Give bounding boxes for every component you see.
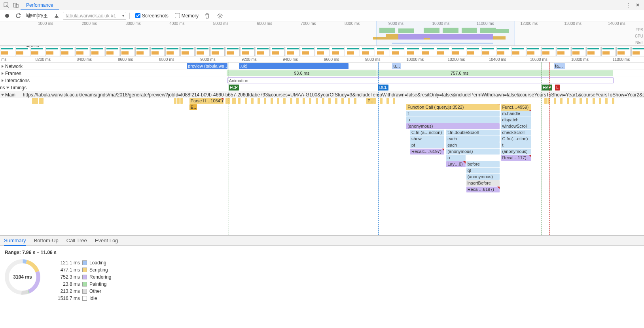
screenshot-thumb[interactable] [541, 47, 555, 56]
screenshot-thumb[interactable] [301, 47, 315, 56]
flame-chart[interactable]: Network preview (tabula.wa…).uk)u…fa… Fr… [0, 62, 644, 236]
btab-event log[interactable]: Event Log [95, 236, 118, 246]
screenshot-thumb[interactable] [451, 47, 465, 56]
frame-bar[interactable]: 757.6 ms [377, 70, 542, 76]
timing-marker-fmp[interactable]: FMP [542, 85, 552, 90]
flame-bar[interactable]: E… [189, 104, 197, 110]
timing-marker-dcl[interactable]: DCL [378, 85, 388, 90]
screenshot-thumb[interactable] [15, 47, 29, 56]
screenshot-thumb[interactable] [316, 47, 330, 56]
flame-bar[interactable]: o [446, 155, 466, 161]
screenshot-thumb[interactable] [241, 47, 255, 56]
network-bar[interactable]: preview (tabula.wa…) [187, 63, 227, 69]
flame-bar[interactable]: (anonymous) [466, 174, 500, 180]
flame-bar[interactable]: t.fn.doubleScroll [446, 130, 500, 136]
memory-checkbox-input[interactable] [175, 13, 180, 18]
garbage-collect-icon[interactable] [203, 11, 212, 21]
settings-gear-icon[interactable] [215, 11, 225, 21]
collapse-icon[interactable] [6, 87, 9, 89]
screenshot-thumb[interactable] [75, 47, 89, 56]
screenshot-thumb[interactable] [45, 47, 59, 56]
screenshot-thumb[interactable] [586, 47, 600, 56]
timing-marker-l[interactable]: L [555, 85, 560, 90]
main-track-header[interactable]: Main — https://tabula.warwick.ac.uk/exam… [0, 91, 644, 98]
frames-track[interactable]: Frames 93.6 ms757.6 ms [0, 70, 644, 77]
collapse-icon[interactable] [1, 94, 4, 96]
screenshot-thumb[interactable] [571, 47, 585, 56]
network-bar[interactable]: .uk) [239, 63, 349, 69]
expand-icon[interactable] [2, 79, 4, 82]
screenshot-thumb[interactable] [286, 47, 300, 56]
frame-bar[interactable] [542, 70, 613, 76]
close-devtools-icon[interactable]: ✕ [633, 0, 642, 10]
screenshot-thumb[interactable] [165, 47, 180, 56]
screenshots-checkbox[interactable]: Screenshots [135, 13, 169, 19]
more-icon[interactable]: ⋮ [623, 0, 633, 10]
screenshot-thumb[interactable] [391, 47, 405, 56]
screenshot-thumb[interactable] [421, 47, 435, 56]
screenshot-thumb[interactable] [256, 47, 270, 56]
flame-bar[interactable]: m.handle [501, 111, 532, 117]
flame-bar[interactable]: Funct…4959) [501, 104, 532, 110]
screenshot-thumb[interactable] [631, 47, 644, 56]
load-profile-icon[interactable] [41, 11, 50, 21]
timings-track[interactable]: ns Timings FCPDCLFMPL [0, 84, 644, 91]
flame-bar[interactable]: (anonymous) [501, 149, 532, 155]
flame-bar[interactable]: each [446, 142, 500, 148]
screenshot-thumb[interactable] [60, 47, 74, 56]
screenshot-thumb[interactable] [225, 47, 240, 56]
flame-bar[interactable]: Recalc…:6197) [410, 149, 444, 155]
screenshot-thumb[interactable] [105, 47, 119, 56]
timing-marker-fcp[interactable]: FCP [229, 85, 239, 90]
screenshot-thumb[interactable] [195, 47, 210, 56]
flame-bar[interactable]: t [501, 142, 532, 148]
flame-bar[interactable]: each [446, 136, 500, 142]
screenshot-thumb[interactable] [556, 47, 570, 56]
flame-bar[interactable]: (anonymous) [406, 123, 500, 129]
network-bar[interactable]: u… [392, 63, 400, 69]
flame-bar[interactable]: Recal…117) [501, 155, 532, 161]
flame-bar[interactable]: Lay…0) [446, 161, 466, 167]
screenshot-thumb[interactable] [30, 47, 44, 56]
screenshot-thumb[interactable] [135, 47, 150, 56]
overview-selection[interactable] [377, 21, 515, 45]
reload-icon[interactable] [13, 11, 23, 21]
flame-bar[interactable]: qt [466, 168, 500, 173]
screenshot-thumb[interactable] [436, 47, 450, 56]
screenshot-filmstrip[interactable] [0, 46, 644, 57]
screenshot-thumb[interactable] [90, 47, 104, 56]
screenshot-thumb[interactable] [496, 47, 510, 56]
inspect-element-icon[interactable] [2, 0, 11, 10]
screenshot-thumb[interactable] [331, 47, 345, 56]
flame-bar[interactable]: dispatch [501, 117, 532, 123]
tab-performance[interactable]: Performance [21, 0, 59, 10]
expand-icon[interactable] [2, 65, 4, 68]
flame-bar[interactable]: C.fn.(…ction) [501, 136, 532, 142]
flame-bar[interactable]: checkScroll [501, 130, 532, 136]
flame-bar[interactable]: (anonymous) [446, 149, 500, 155]
screenshot-thumb[interactable] [526, 47, 540, 56]
interactions-track[interactable]: Interactions Animation [0, 77, 644, 84]
flame-bar[interactable]: C.fn.(a…nction) [410, 130, 444, 136]
screenshot-thumb[interactable] [180, 47, 195, 56]
screenshot-thumb[interactable] [361, 47, 375, 56]
btab-summary[interactable]: Summary [4, 236, 26, 246]
flame-bar[interactable]: Recal…6197) [466, 187, 500, 192]
screenshot-thumb[interactable] [0, 47, 14, 56]
overview-timeline[interactable]: 1000 ms2000 ms3000 ms4000 ms5000 ms6000 … [0, 21, 644, 46]
screenshot-thumb[interactable] [120, 47, 134, 56]
clear-icon[interactable] [25, 11, 34, 21]
record-icon[interactable] [2, 11, 12, 21]
btab-bottom-up[interactable]: Bottom-Up [34, 236, 59, 246]
interaction-bar[interactable]: Animation [227, 77, 614, 83]
screenshot-thumb[interactable] [406, 47, 420, 56]
network-bar[interactable]: fa… [554, 63, 565, 69]
screenshot-thumb[interactable] [376, 47, 390, 56]
flame-bar[interactable]: pt [410, 142, 444, 148]
recording-selector[interactable]: tabula.warwick.ac.uk #1 [63, 12, 126, 20]
flame-bar[interactable]: windowScroll [501, 123, 532, 129]
screenshot-thumb[interactable] [346, 47, 360, 56]
flame-bar[interactable]: show [410, 136, 444, 142]
screenshot-thumb[interactable] [616, 47, 631, 56]
screenshots-checkbox-input[interactable] [135, 13, 140, 18]
